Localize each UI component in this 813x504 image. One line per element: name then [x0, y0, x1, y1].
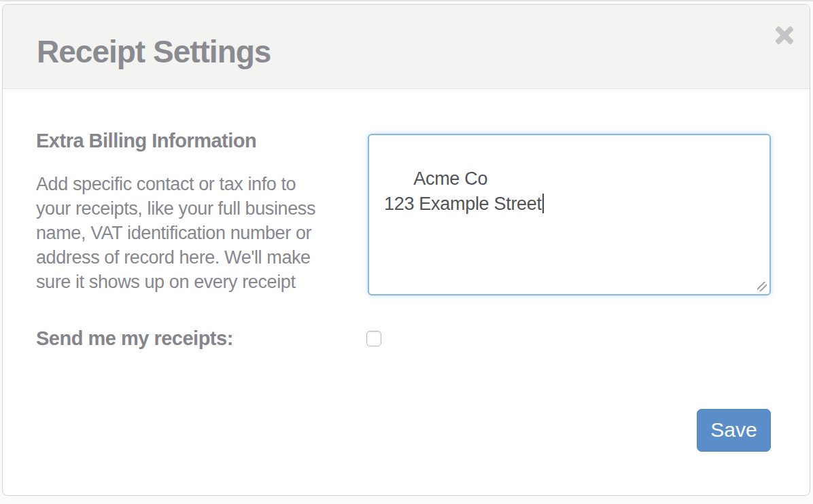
billing-heading: Extra Billing Information	[36, 131, 256, 151]
receipts-checkbox[interactable]	[366, 331, 381, 346]
receipt-settings-modal: Receipt Settings Extra Billing Informati…	[2, 4, 810, 496]
extra-billing-textarea-value: Acme Co 123 Example Street	[384, 168, 542, 214]
resize-handle-icon[interactable]	[757, 282, 767, 291]
billing-description: Add specific contact or tax info to your…	[36, 172, 369, 294]
receipts-label: Send me my receipts:	[36, 329, 233, 348]
close-button[interactable]	[774, 25, 795, 46]
extra-billing-textarea[interactable]: Acme Co 123 Example Street	[368, 134, 771, 295]
text-cursor	[542, 194, 544, 213]
save-button-label: Save	[710, 418, 757, 442]
page-top-edge	[0, 0, 813, 1]
save-button[interactable]: Save	[697, 409, 771, 452]
modal-title: Receipt Settings	[37, 36, 271, 67]
modal-header: Receipt Settings	[3, 5, 810, 89]
page: Receipt Settings Extra Billing Informati…	[0, 0, 813, 504]
